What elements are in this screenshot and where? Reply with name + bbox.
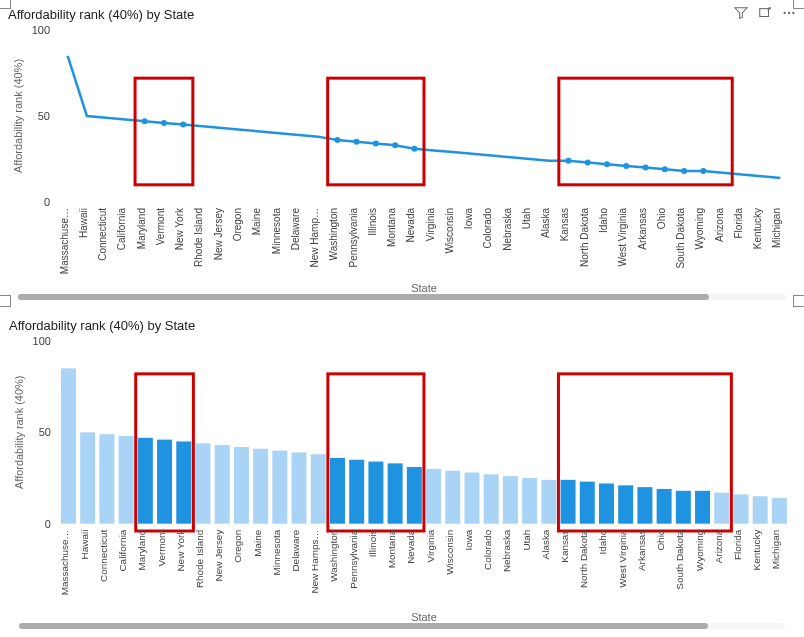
svg-rect-91 xyxy=(464,473,479,524)
svg-text:Idaho: Idaho xyxy=(597,529,608,554)
resize-handle-bottom-left[interactable] xyxy=(0,295,11,307)
svg-text:California: California xyxy=(116,208,127,251)
horizontal-scrollbar[interactable] xyxy=(18,294,786,300)
svg-text:New Hamps…: New Hamps… xyxy=(309,530,320,594)
svg-point-18 xyxy=(604,161,610,167)
svg-point-23 xyxy=(700,168,706,174)
scrollbar-thumb[interactable] xyxy=(18,294,709,300)
svg-rect-87 xyxy=(388,463,403,523)
svg-rect-99 xyxy=(618,485,633,523)
svg-text:Florida: Florida xyxy=(732,529,743,560)
svg-text:Pennsylvania: Pennsylvania xyxy=(348,208,359,268)
svg-text:Arkansas: Arkansas xyxy=(637,208,648,250)
scrollbar-thumb[interactable] xyxy=(19,623,708,629)
svg-rect-78 xyxy=(215,445,230,524)
svg-rect-86 xyxy=(368,462,383,524)
svg-text:Vermont: Vermont xyxy=(156,529,167,566)
svg-text:Affordability rank (40%): Affordability rank (40%) xyxy=(12,59,24,173)
svg-text:Washington: Washington xyxy=(328,208,339,260)
svg-rect-96 xyxy=(561,480,576,524)
svg-text:50: 50 xyxy=(38,110,50,122)
svg-rect-106 xyxy=(753,496,768,523)
svg-text:State: State xyxy=(411,282,437,294)
svg-point-10 xyxy=(180,122,186,128)
svg-text:50: 50 xyxy=(39,426,51,438)
svg-text:Kentucky: Kentucky xyxy=(751,530,762,571)
svg-text:Delaware: Delaware xyxy=(290,208,301,251)
svg-text:Kansas: Kansas xyxy=(559,208,570,241)
svg-text:Connecticut: Connecticut xyxy=(97,208,108,261)
horizontal-scrollbar[interactable] xyxy=(19,623,785,629)
svg-text:Maine: Maine xyxy=(251,208,262,236)
svg-rect-98 xyxy=(599,483,614,523)
svg-text:New Jersey: New Jersey xyxy=(213,530,224,582)
svg-text:Maryland: Maryland xyxy=(136,208,147,249)
svg-rect-103 xyxy=(695,491,710,524)
svg-text:Nebraska: Nebraska xyxy=(502,208,513,251)
svg-text:100: 100 xyxy=(32,24,50,36)
svg-text:Ohio: Ohio xyxy=(655,529,666,550)
svg-rect-25 xyxy=(328,78,424,185)
svg-rect-70 xyxy=(61,368,76,523)
svg-text:Pennsylvania: Pennsylvania xyxy=(348,529,359,588)
resize-handle-top-left[interactable] xyxy=(0,0,11,9)
svg-rect-94 xyxy=(522,478,537,524)
svg-text:Florida: Florida xyxy=(733,208,744,239)
svg-text:Nevada: Nevada xyxy=(405,208,416,243)
svg-text:North Dakota: North Dakota xyxy=(579,208,590,267)
resize-handle-top-right[interactable] xyxy=(793,0,804,9)
svg-rect-74 xyxy=(138,438,153,524)
svg-text:Colorado: Colorado xyxy=(482,208,493,249)
svg-rect-90 xyxy=(445,471,460,524)
svg-rect-97 xyxy=(580,482,595,524)
svg-rect-80 xyxy=(253,449,268,524)
svg-text:New Jersey: New Jersey xyxy=(213,208,224,260)
filter-icon[interactable] xyxy=(734,6,748,23)
svg-text:Nebraska: Nebraska xyxy=(501,529,512,572)
visual-bar-chart[interactable]: Affordability rank (40%) by State 050100… xyxy=(4,312,800,632)
svg-rect-102 xyxy=(676,491,691,524)
title-bar: Affordability rank (40%) by State xyxy=(5,313,799,335)
svg-text:Utah: Utah xyxy=(521,530,532,551)
svg-text:Massachuse…: Massachuse… xyxy=(59,208,70,274)
svg-text:West Virginia: West Virginia xyxy=(617,208,628,267)
svg-rect-83 xyxy=(311,454,326,523)
svg-text:Virginia: Virginia xyxy=(425,208,436,242)
svg-rect-89 xyxy=(426,469,441,524)
svg-point-2 xyxy=(788,11,790,13)
svg-rect-100 xyxy=(637,487,652,524)
svg-point-15 xyxy=(411,146,417,152)
svg-text:Arkansas: Arkansas xyxy=(636,530,647,571)
focus-mode-icon[interactable] xyxy=(758,6,772,23)
svg-text:Arizona: Arizona xyxy=(714,208,725,242)
svg-rect-75 xyxy=(157,440,172,524)
svg-text:Illinois: Illinois xyxy=(367,208,378,236)
svg-text:South Dakota: South Dakota xyxy=(674,529,685,590)
svg-text:Arizona: Arizona xyxy=(713,529,724,563)
svg-rect-76 xyxy=(176,441,191,523)
visual-line-chart[interactable]: Affordability rank (40%) by State 050100… xyxy=(4,2,800,302)
svg-text:Minnesota: Minnesota xyxy=(271,208,282,255)
svg-text:Delaware: Delaware xyxy=(290,529,301,571)
svg-text:Maine: Maine xyxy=(252,529,263,556)
svg-text:Washington: Washington xyxy=(328,530,339,582)
svg-text:Iowa: Iowa xyxy=(463,529,474,550)
chart-title: Affordability rank (40%) by State xyxy=(8,7,734,22)
svg-text:100: 100 xyxy=(33,335,51,347)
svg-point-21 xyxy=(662,166,668,172)
svg-text:Affordability rank (40%): Affordability rank (40%) xyxy=(13,376,25,489)
svg-text:Iowa: Iowa xyxy=(463,208,474,230)
resize-handle-bottom-right[interactable] xyxy=(793,295,804,307)
chart-area[interactable]: 050100Affordability rank (40%)Massachuse… xyxy=(9,335,795,623)
svg-text:Montana: Montana xyxy=(386,529,397,568)
chart-area[interactable]: 050100Affordability rank (40%)Massachuse… xyxy=(8,24,796,294)
svg-text:Wyoming: Wyoming xyxy=(694,530,705,571)
svg-text:South Dakota: South Dakota xyxy=(675,208,686,269)
svg-text:Massachuse…: Massachuse… xyxy=(59,530,70,596)
svg-point-8 xyxy=(142,118,148,124)
svg-text:Wisconsin: Wisconsin xyxy=(444,530,455,575)
svg-text:Alaska: Alaska xyxy=(540,208,551,238)
svg-point-22 xyxy=(681,168,687,174)
svg-point-20 xyxy=(643,165,649,171)
svg-text:0: 0 xyxy=(45,518,51,530)
